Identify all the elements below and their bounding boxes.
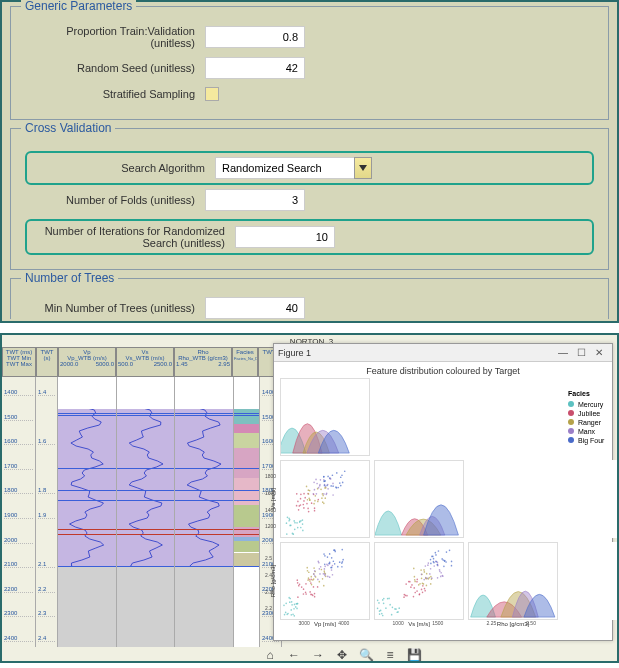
svg-point-65 — [306, 486, 308, 488]
svg-point-40 — [298, 509, 300, 511]
generic-parameters-fieldset: Generic Parameters Proportion Train:Vali… — [10, 6, 609, 120]
num-iter-input[interactable] — [235, 226, 335, 248]
svg-point-164 — [323, 585, 325, 587]
svg-point-299 — [430, 568, 432, 570]
kde-rho[interactable]: Rho [g/cm3] 2.252.50 — [468, 542, 558, 620]
kde-vp[interactable] — [280, 378, 370, 456]
svg-point-241 — [397, 611, 399, 613]
dropdown-button[interactable] — [354, 157, 372, 179]
svg-point-133 — [298, 585, 300, 587]
svg-point-150 — [297, 596, 299, 598]
well-log-panel: NORTON_3 TWT (ms)TWT MinTWT Max TWT (s) … — [0, 333, 619, 663]
scatter-rho-vp[interactable]: Rho [g/cm3] Vp [m/s] 300040002.22.32.42.… — [280, 542, 370, 620]
log-track-vp[interactable]: MercuryRangerBig FourWorking ZOI_CopyMan… — [58, 377, 117, 647]
log-track-rho[interactable] — [175, 377, 234, 647]
svg-point-54 — [320, 488, 322, 490]
svg-point-28 — [296, 493, 298, 495]
scatter-rho-vs[interactable]: Vs [m/s] 10001500 — [374, 542, 464, 620]
svg-point-296 — [429, 573, 431, 575]
svg-point-116 — [293, 608, 295, 610]
num-folds-input[interactable] — [205, 189, 305, 211]
svg-point-237 — [381, 613, 383, 615]
svg-point-275 — [414, 576, 416, 578]
figure-title-bar[interactable]: Figure 1 — ☐ ✕ — [274, 344, 612, 362]
svg-point-68 — [313, 493, 315, 495]
forward-icon[interactable]: → — [310, 647, 326, 663]
svg-point-306 — [425, 565, 427, 567]
maximize-icon[interactable]: ☐ — [572, 347, 590, 358]
svg-point-322 — [435, 554, 437, 556]
svg-point-317 — [451, 565, 453, 567]
stratified-checkbox[interactable] — [205, 87, 219, 101]
close-icon[interactable]: ✕ — [590, 347, 608, 358]
svg-point-33 — [300, 493, 302, 495]
svg-point-258 — [405, 583, 407, 585]
svg-point-181 — [324, 568, 326, 570]
random-seed-input[interactable] — [205, 57, 305, 79]
back-icon[interactable]: ← — [286, 647, 302, 663]
svg-point-216 — [333, 549, 335, 551]
zoom-icon[interactable]: 🔍 — [358, 647, 374, 663]
svg-point-93 — [327, 476, 329, 478]
search-algo-select[interactable] — [215, 157, 372, 179]
svg-point-161 — [307, 570, 309, 572]
svg-point-269 — [414, 579, 416, 581]
svg-point-280 — [426, 573, 428, 575]
prop-train-input[interactable] — [205, 26, 305, 48]
svg-point-263 — [424, 588, 426, 590]
kde-vs[interactable] — [374, 460, 464, 538]
svg-point-235 — [385, 607, 387, 609]
svg-point-259 — [416, 578, 418, 580]
search-algo-value[interactable] — [215, 157, 355, 179]
svg-point-276 — [414, 581, 416, 583]
svg-point-49 — [308, 489, 310, 491]
pan-icon[interactable]: ✥ — [334, 647, 350, 663]
svg-point-177 — [331, 569, 333, 571]
svg-point-154 — [314, 596, 316, 598]
svg-point-249 — [422, 591, 424, 593]
svg-point-307 — [423, 579, 425, 581]
minimize-icon[interactable]: — — [554, 347, 572, 358]
figure-window[interactable]: Figure 1 — ☐ ✕ Feature distribution colo… — [273, 343, 613, 641]
svg-point-48 — [313, 503, 315, 505]
scatter-vs-vp[interactable]: Vs [m/s] 1200140016001800 — [280, 460, 370, 538]
svg-point-210 — [324, 563, 326, 565]
svg-point-194 — [314, 575, 316, 577]
save-icon[interactable]: 💾 — [406, 647, 422, 663]
svg-point-207 — [329, 562, 331, 564]
svg-point-92 — [342, 482, 344, 484]
svg-point-314 — [430, 559, 432, 561]
svg-point-260 — [413, 596, 415, 598]
svg-point-240 — [389, 604, 391, 606]
home-icon[interactable]: ⌂ — [262, 647, 278, 663]
configure-icon[interactable]: ≡ — [382, 647, 398, 663]
svg-point-254 — [416, 590, 418, 592]
log-track-vs[interactable] — [117, 377, 176, 647]
svg-point-219 — [341, 562, 343, 564]
svg-point-19 — [292, 533, 294, 535]
svg-point-30 — [318, 499, 320, 501]
svg-point-301 — [439, 570, 441, 572]
svg-point-69 — [323, 493, 325, 495]
svg-point-139 — [301, 586, 303, 588]
svg-point-243 — [421, 589, 423, 591]
facies-track[interactable] — [234, 377, 260, 647]
svg-point-290 — [428, 562, 430, 564]
svg-point-286 — [420, 569, 422, 571]
svg-point-118 — [291, 601, 293, 603]
svg-point-104 — [341, 474, 343, 476]
svg-point-198 — [313, 573, 315, 575]
svg-point-79 — [316, 493, 318, 495]
svg-point-209 — [323, 553, 325, 555]
min-trees-input[interactable] — [205, 297, 305, 319]
svg-marker-0 — [359, 165, 367, 171]
svg-point-252 — [413, 587, 415, 589]
svg-point-330 — [449, 549, 451, 551]
svg-point-283 — [430, 583, 432, 585]
svg-point-315 — [445, 561, 447, 563]
legend: FaciesMercuryJubileeRangerManxBig Four — [562, 378, 619, 456]
svg-point-208 — [334, 551, 336, 553]
depth-track-s: 1.41.61.81.92.12.22.32.4 — [36, 377, 58, 647]
svg-point-50 — [317, 501, 319, 503]
svg-point-200 — [337, 566, 339, 568]
